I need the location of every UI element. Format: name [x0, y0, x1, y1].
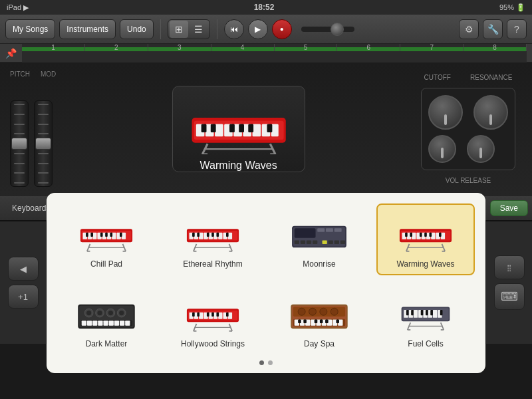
list-view-icon[interactable]: ☰	[190, 21, 208, 38]
svg-rect-165	[325, 319, 329, 323]
current-instrument-name: Warming Waves	[200, 160, 277, 172]
svg-rect-21	[267, 124, 272, 132]
keyboard-bottom: ◀ +1	[0, 221, 532, 344]
arrow-left-button[interactable]: ◀	[8, 257, 39, 281]
instrument-grid-overlay: Chill Pad	[47, 221, 485, 344]
svg-rect-41	[105, 232, 108, 236]
instrument-hollywood-strings[interactable]: Hollywood Strings	[164, 283, 262, 355]
toolbar-right: ⚙ 🔧 ?	[459, 19, 527, 39]
instrument-grid: Chill Pad	[47, 193, 485, 373]
volume-knob	[331, 23, 344, 36]
pitch-slider[interactable]	[10, 100, 29, 187]
page-dot-1[interactable]	[259, 360, 264, 365]
svg-rect-93	[431, 232, 435, 239]
ethereal-rhythm-icon	[180, 210, 246, 257]
instrument-preview: Warming Waves	[172, 86, 305, 172]
svg-rect-40	[100, 232, 103, 236]
synth-display: Warming Waves	[56, 72, 421, 186]
moonrise-icon	[286, 210, 352, 257]
svg-rect-75	[313, 240, 317, 243]
svg-point-105	[86, 310, 91, 315]
bar-4: 4	[211, 44, 275, 51]
battery-label: 95% 🔋	[499, 3, 525, 12]
rewind-button[interactable]: ⏮	[224, 19, 244, 39]
moonrise-label: Moonrise	[303, 259, 335, 269]
grid-view-icon[interactable]: ⊞	[170, 21, 188, 38]
instruments-button[interactable]: Instruments	[59, 19, 116, 39]
undo-button[interactable]: Undo	[120, 19, 154, 39]
svg-rect-162	[303, 319, 307, 323]
page-dot-2[interactable]	[268, 360, 273, 365]
svg-rect-163	[315, 319, 318, 323]
help-icon[interactable]: ?	[507, 19, 527, 39]
instrument-ethereal-rhythm[interactable]: Ethereal Rhythm	[164, 203, 262, 275]
svg-rect-68	[295, 228, 316, 238]
svg-rect-96	[405, 232, 408, 236]
svg-rect-100	[429, 232, 432, 236]
bar-2: 2	[85, 44, 148, 51]
day-spa-label: Day Spa	[304, 339, 334, 348]
instrument-moonrise[interactable]: Moonrise	[270, 203, 368, 275]
mixer-icon[interactable]: ⚙	[459, 19, 479, 39]
svg-point-107	[97, 310, 102, 315]
instrument-fuel-cells[interactable]: Fuel Cells	[376, 283, 475, 355]
fuel-cells-icon	[392, 290, 459, 336]
wrench-icon[interactable]: 🔧	[483, 19, 503, 39]
knobs-labels: CUTOFF RESONANCE	[421, 74, 515, 81]
pitch-mod-labels: PITCH MOD	[10, 70, 56, 78]
mod-thumb	[35, 138, 51, 150]
instrument-warming-waves[interactable]: Warming Waves	[376, 203, 475, 275]
svg-rect-17	[210, 124, 215, 132]
keyboard-grid-icon[interactable]: ⌨	[494, 283, 525, 310]
record-button[interactable]: ●	[272, 19, 292, 39]
svg-rect-37	[122, 232, 126, 239]
hollywood-strings-label: Hollywood Strings	[181, 339, 245, 348]
octave-up-button[interactable]: +1	[8, 285, 39, 309]
warming-waves-icon	[392, 210, 459, 257]
status-bar: iPad ▶ 18:52 95% 🔋	[0, 0, 532, 15]
svg-rect-62	[207, 232, 209, 236]
svg-rect-72	[295, 240, 299, 243]
svg-point-109	[108, 310, 113, 315]
svg-rect-141	[211, 312, 214, 316]
cutoff-knob[interactable]	[428, 95, 463, 130]
svg-rect-61	[197, 232, 200, 236]
vol-release-label: VOL RELEASE	[446, 177, 491, 184]
resonance-knob[interactable]	[473, 95, 508, 130]
volume-slider[interactable]	[301, 27, 354, 32]
resonance-label: RESONANCE	[470, 74, 512, 81]
status-time: 18:52	[254, 3, 275, 12]
sustain-icon[interactable]: ⣿	[494, 255, 525, 279]
chill-pad-icon	[73, 210, 140, 257]
knob-4[interactable]	[467, 135, 495, 163]
bar-7: 7	[400, 44, 464, 51]
knob-3[interactable]	[428, 135, 456, 163]
my-songs-button[interactable]: My Songs	[5, 19, 55, 39]
svg-rect-186	[430, 310, 433, 315]
svg-rect-121	[125, 321, 130, 325]
instrument-chill-pad[interactable]: Chill Pad	[57, 203, 156, 275]
svg-rect-20	[248, 124, 253, 132]
chill-pad-label: Chill Pad	[90, 259, 122, 269]
sliders-row	[10, 80, 56, 187]
bar-3: 3	[148, 44, 211, 51]
mod-slider[interactable]	[34, 100, 53, 187]
svg-rect-140	[207, 312, 209, 316]
svg-rect-143	[226, 312, 229, 316]
svg-rect-116	[98, 321, 102, 325]
play-button[interactable]: ▶	[248, 19, 268, 39]
day-spa-icon	[286, 290, 352, 336]
svg-rect-74	[307, 240, 311, 243]
svg-rect-71	[334, 228, 342, 231]
svg-rect-185	[426, 310, 428, 315]
svg-rect-64	[216, 232, 219, 236]
svg-rect-142	[216, 312, 219, 316]
instrument-day-spa[interactable]: Day Spa	[270, 283, 368, 355]
svg-rect-35	[112, 232, 116, 239]
cutoff-label: CUTOFF	[424, 74, 451, 81]
svg-rect-95	[441, 232, 445, 239]
grid-pagination	[57, 360, 475, 365]
instrument-dark-matter[interactable]: Dark Matter	[57, 283, 156, 355]
save-button[interactable]: Save	[490, 200, 528, 216]
svg-rect-60	[192, 232, 195, 236]
